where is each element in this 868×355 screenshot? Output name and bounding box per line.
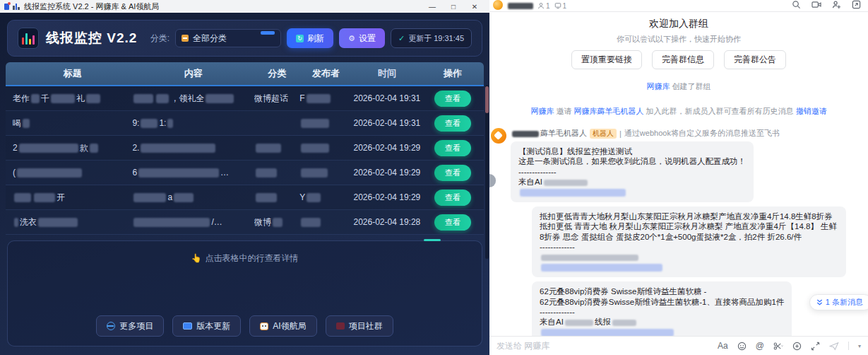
view-button[interactable]: 查看 [434,140,471,156]
chat-body: 欢迎加入群组 你可以尝试以下操作，快速开始协作 置顶重要链接 完善群信息 完善群… [489,18,868,342]
more-projects-button[interactable]: 更多项目 [96,315,164,337]
group-avatar[interactable] [492,0,504,11]
cell-title: ( [6,161,132,185]
cell-publisher [299,136,352,160]
text-fragment: ( [13,168,16,178]
cell-action: 查看 [422,86,484,110]
screenshot-scissors-icon[interactable] [773,342,783,351]
redacted-block [301,168,328,178]
view-button[interactable]: 查看 [434,115,471,132]
welcome-title: 欢迎加入群组 [489,18,868,30]
welcome-actions: 置顶重要链接 完善群信息 完善群公告 [489,50,868,69]
redacted-block [273,218,283,227]
redacted-block [301,119,329,128]
redacted-block [90,144,98,153]
view-button[interactable]: 查看 [434,214,471,231]
redacted-block [520,189,626,197]
redacted-block [34,193,55,202]
scrollbar-thumb[interactable] [485,86,489,113]
complete-announcement-button[interactable]: 完善群公告 [724,50,786,69]
view-button[interactable]: 查看 [434,190,471,206]
text-fragment: ------------- [540,308,575,316]
scrollbar-track [485,85,489,259]
category-label: 分类: [150,33,170,45]
redacted-block [156,94,169,103]
group-name-redacted [508,3,533,9]
close-button[interactable]: ✕ [464,3,485,11]
window-title: 线报监控系统 V2.2 - 网赚库 & AI领航局 [24,1,159,12]
cell-action: 查看 [422,210,484,234]
table-row[interactable]: 2款2.2026-02-04 19:29查看 [6,136,484,161]
view-button[interactable]: 查看 [434,91,471,107]
text-fragment: 62元叠88vip消费券 Swisse斯维诗益生菌软糖 - [540,287,706,296]
settings-button[interactable]: ⚙ 设置 [339,28,385,48]
screen-count[interactable]: 1 [554,2,567,10]
redacted-block [612,320,636,326]
table-row[interactable]: 开aY2026-02-04 19:29查看 [6,185,484,210]
redacted-block [167,119,173,128]
new-message-pill[interactable]: 1 条新消息 [809,294,868,310]
minimize-button[interactable]: — [422,3,443,11]
add-member-icon[interactable] [832,0,841,9]
cell-publisher: F [299,86,352,110]
view-button[interactable]: 查看 [434,165,471,181]
version-update-button[interactable]: 版本更新 [172,315,241,337]
cell-content: 6… [132,161,254,185]
cell-content: a [132,185,254,209]
col-publisher: 发布者 [299,62,352,85]
text-fragment: 来自AI [518,178,542,186]
pointing-hand-icon: 👆 [191,253,202,263]
table-body: 老作千礼，领礼全微博超话F2026-02-04 19:31查看喝9:1:2026… [6,86,484,235]
expand-icon[interactable] [811,342,820,351]
table-row[interactable]: 喝9:1:2026-02-04 19:31查看 [6,111,484,136]
link[interactable]: 网赚库 [646,82,670,91]
cell-title: 洗衣 [6,210,132,234]
add-attachment-icon[interactable] [792,342,802,351]
input-divider [848,342,849,350]
emoji-icon[interactable] [737,342,747,351]
complete-group-info-button[interactable]: 完善群信息 [652,50,714,69]
maximize-button[interactable]: □ [443,3,464,11]
cell-title: 老作千礼 [6,86,132,110]
text-fragment: 2. [132,143,139,153]
redacted-block [307,94,331,103]
cell-time: 2026-02-04 19:29 [352,161,422,185]
col-content: 内容 [132,62,254,85]
table-row[interactable]: 洗衣/…微博2026-02-04 19:28查看 [6,210,484,235]
link[interactable]: 撤销邀请 [796,107,827,115]
bot-avatar[interactable] [491,128,506,144]
redacted-block [141,144,215,153]
more-settings-icon[interactable] [852,0,861,9]
cell-category: 微博 [254,210,299,234]
text-fragment: 6 [132,168,137,178]
text-fragment: F [299,93,304,103]
mention-icon[interactable]: @ [756,341,764,351]
text-fragment: 62元叠88vip消费券Swisse斯维诗益生菌软糖-1、直接将商品加购1件 [540,298,784,306]
video-call-icon[interactable] [811,0,821,9]
table-row[interactable]: (6…2026-02-04 19:29查看 [6,161,484,185]
redacted-block [544,180,588,186]
redacted-block [301,144,329,153]
link[interactable]: 网赚库 [530,107,554,115]
cell-title: 2款 [6,136,132,160]
member-count[interactable]: 1 [537,2,550,10]
text-fragment: 开 [57,192,65,204]
refresh-button[interactable]: ↻ 刷新 [287,28,333,48]
table-row[interactable]: 老作千礼，领礼全微博超话F2026-02-04 19:31查看 [6,86,484,111]
redacted-block [256,193,277,202]
community-button[interactable]: 项目社群 [326,315,393,337]
pin-links-button[interactable]: 置顶重要链接 [571,50,642,69]
community-icon [336,322,345,330]
send-options-caret[interactable]: ▾ [858,343,861,349]
category-select[interactable]: 全部分类 [175,29,281,47]
message-input-bar[interactable]: 发送给 网赚库 Aa @ ▾ [489,336,868,355]
link[interactable]: 网赚库薅羊毛机器人 [574,107,644,115]
chat-header: 1 1 [489,0,868,12]
search-icon[interactable] [792,0,801,9]
ai-hub-button[interactable]: AI领航局 [249,315,316,337]
redacted-block [17,168,82,178]
cell-publisher [299,161,352,185]
redacted-block [19,144,78,153]
send-icon[interactable] [829,342,839,351]
format-text-icon[interactable]: Aa [718,341,728,351]
